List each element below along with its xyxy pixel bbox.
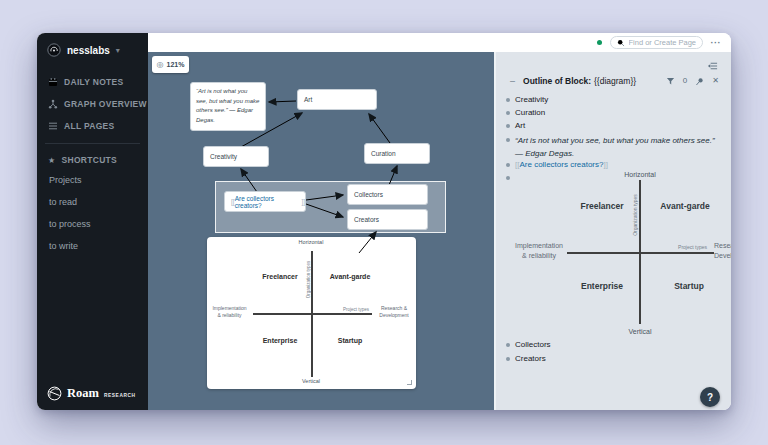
- bullet[interactable]: [506, 138, 510, 142]
- roam-logo-subtext: RESEARCH: [104, 393, 136, 398]
- quadrant-bottom-left: Enterprise: [562, 281, 642, 291]
- sidebar-item-daily-notes[interactable]: DAILY NOTES: [37, 71, 148, 93]
- quadrant-bottom-left: Enterprise: [240, 337, 320, 344]
- list-icon: [48, 121, 58, 131]
- left-sidebar: nesslabs ▾ DAILY NOTES GRAPH OVERVIEW: [37, 33, 148, 410]
- zoom-target-icon: ◎: [157, 60, 164, 69]
- sidebar-divider: [45, 143, 140, 144]
- quadrant-diagram-card[interactable]: Horizontal Freelancer Avant-garde Enterp…: [207, 237, 416, 389]
- bullet[interactable]: [506, 124, 510, 128]
- block-text[interactable]: Creators: [515, 353, 546, 365]
- bullet[interactable]: [506, 163, 510, 167]
- bullet[interactable]: [506, 98, 510, 102]
- block-text[interactable]: Collectors: [515, 339, 551, 351]
- axis-bottom-label: Vertical: [600, 328, 680, 335]
- outline-item-quote: “Art is not what you see, but what you m…: [496, 134, 719, 160]
- workspace-name: nesslabs: [67, 45, 110, 56]
- diagram-canvas[interactable]: ◎ 121% Horizontal Freelancer Avant-garde…: [148, 52, 494, 410]
- bullet[interactable]: [506, 343, 510, 347]
- bullet[interactable]: [506, 357, 510, 361]
- x-axis-tag: Project types: [637, 244, 707, 250]
- roam-app-window: nesslabs ▾ DAILY NOTES GRAPH OVERVIEW: [37, 33, 731, 410]
- zoom-level-button[interactable]: ◎ 121%: [152, 56, 189, 73]
- page-link-bracket-close: ]]: [603, 160, 607, 169]
- sidebar-item-label: DAILY NOTES: [64, 77, 124, 87]
- shortcut-page-to-process[interactable]: to process: [37, 213, 148, 235]
- node-are-collectors-creators[interactable]: [[Are collectors creators?]]: [224, 191, 306, 212]
- bullet[interactable]: [506, 111, 510, 115]
- filter-count: 0: [683, 76, 687, 85]
- quadrant-top-right: Avant-garde: [310, 273, 390, 280]
- workspace-switcher[interactable]: nesslabs ▾: [37, 33, 148, 57]
- page-link[interactable]: Are collectors creators?: [235, 195, 302, 209]
- sidebar-nav: DAILY NOTES GRAPH OVERVIEW ALL PAGES: [37, 71, 148, 137]
- quadrant-bottom-right: Startup: [310, 337, 390, 344]
- sidebar-item-graph-overview[interactable]: GRAPH OVERVIEW: [37, 93, 148, 115]
- axis-top-label: Horizontal: [600, 171, 680, 178]
- block-text[interactable]: Creativity: [515, 94, 548, 106]
- horizontal-axis: [253, 313, 372, 315]
- workspace-avatar-icon: [47, 43, 61, 57]
- search-input[interactable]: [629, 38, 696, 47]
- resize-handle[interactable]: [407, 380, 412, 385]
- outline-header: – Outline of Block: {{diagram}} 0 ✕: [496, 73, 731, 88]
- y-axis-tag: Organization types: [306, 255, 311, 305]
- shortcut-page-to-read[interactable]: to read: [37, 191, 148, 213]
- axis-right-label: Research &Development: [714, 241, 731, 261]
- node-creators[interactable]: Creators: [347, 209, 428, 230]
- node-curation[interactable]: Curation: [364, 143, 430, 164]
- quadrant-top-left: Freelancer: [562, 201, 642, 211]
- node-creativity[interactable]: Creativity: [203, 146, 269, 167]
- x-axis-tag: Project types: [325, 307, 369, 312]
- outline-item: Creators: [496, 353, 546, 365]
- graph-icon: [48, 99, 58, 109]
- search-icon: [617, 39, 625, 47]
- calendar-icon: [48, 77, 58, 87]
- outline-toolbar: 0 ✕: [666, 72, 719, 90]
- help-button[interactable]: ?: [700, 387, 720, 407]
- sync-status-dot: [597, 40, 602, 45]
- outline-block-ref: {{diagram}}: [594, 76, 636, 86]
- pin-icon[interactable]: [695, 72, 704, 90]
- chevron-down-icon: ▾: [116, 46, 120, 55]
- axis-right-label: Research &Development: [372, 305, 416, 319]
- block-text[interactable]: Art: [515, 120, 525, 132]
- outline-item: Art: [496, 120, 525, 132]
- node-collectors[interactable]: Collectors: [347, 184, 428, 205]
- outline-title: Outline of Block:: [523, 76, 591, 86]
- roam-logo: Roam RESEARCH: [47, 386, 136, 401]
- block-text[interactable]: “Art is not what you see, but what you m…: [515, 134, 719, 160]
- shortcut-page-to-write[interactable]: to write: [37, 235, 148, 257]
- page-link[interactable]: Are collectors creators?: [519, 160, 603, 169]
- arrow-curation-to-art: [369, 114, 390, 143]
- axis-left-label: Implementation& reliability: [207, 305, 252, 319]
- right-sidebar-panel: – Outline of Block: {{diagram}} 0 ✕ Crea…: [494, 52, 731, 410]
- collapse-icon[interactable]: –: [510, 76, 515, 86]
- outline-item: Creativity: [496, 94, 548, 106]
- zoom-level-value: 121%: [167, 61, 185, 68]
- page-link-bracket-close: ]]: [301, 198, 305, 205]
- roam-logo-text: Roam: [67, 386, 99, 401]
- top-bar: ···: [148, 33, 731, 52]
- shortcuts-header: ★ SHORTCUTS: [37, 150, 148, 169]
- search-box[interactable]: [610, 36, 703, 49]
- axis-bottom-label: Vertical: [271, 378, 351, 384]
- sidebar-item-all-pages[interactable]: ALL PAGES: [37, 115, 148, 137]
- axis-top-label: Horizontal: [271, 239, 351, 245]
- sidebar-item-label: ALL PAGES: [64, 121, 115, 131]
- axis-left-label: Implementation& reliability: [499, 241, 579, 261]
- close-icon[interactable]: ✕: [712, 76, 719, 85]
- quadrant-bottom-right: Startup: [649, 281, 729, 291]
- node-quote[interactable]: “Art is not what you see, but what you m…: [190, 82, 266, 131]
- block-text[interactable]: Curation: [515, 107, 545, 119]
- horizontal-axis: [567, 252, 714, 254]
- shortcuts-title: SHORTCUTS: [61, 155, 117, 165]
- outline-item: Curation: [496, 107, 545, 119]
- overflow-menu-button[interactable]: ···: [711, 38, 722, 48]
- embedded-quadrant-chart: Horizontal Freelancer Avant-garde Enterp…: [496, 170, 731, 338]
- filter-icon[interactable]: [666, 72, 675, 90]
- outline-item: Collectors: [496, 339, 551, 351]
- node-art[interactable]: Art: [297, 89, 377, 110]
- shortcut-page-projects[interactable]: Projects: [37, 169, 148, 191]
- arrow-art-to-quote: [269, 101, 296, 102]
